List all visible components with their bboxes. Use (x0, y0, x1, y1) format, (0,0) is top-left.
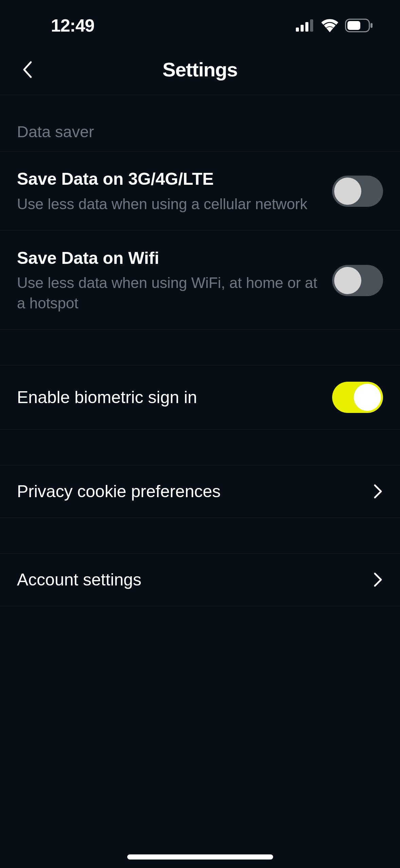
toggle-save-wifi[interactable] (332, 265, 383, 296)
wifi-icon (321, 19, 339, 32)
chevron-right-icon (373, 572, 383, 588)
status-bar: 12:49 (0, 0, 400, 44)
cellular-signal-icon (296, 19, 315, 32)
row-text: Save Data on 3G/4G/LTE Use less data whe… (17, 168, 332, 214)
biometric-label: Enable biometric sign in (17, 387, 197, 407)
chevron-right-icon (373, 483, 383, 500)
toggle-save-cellular[interactable] (332, 176, 383, 207)
status-time: 12:49 (51, 15, 94, 36)
save-cellular-subtitle: Use less data when using a cellular netw… (17, 194, 319, 214)
svg-rect-3 (310, 19, 313, 32)
status-icons (296, 19, 373, 32)
group-spacer (0, 518, 400, 554)
account-label: Account settings (17, 570, 141, 590)
toggle-knob (354, 384, 381, 411)
toggle-knob (334, 178, 361, 205)
group-spacer (0, 330, 400, 365)
row-save-wifi[interactable]: Save Data on Wifi Use less data when usi… (0, 231, 400, 330)
save-wifi-title: Save Data on Wifi (17, 248, 319, 269)
back-button[interactable] (17, 59, 37, 80)
page-title: Settings (163, 58, 237, 81)
row-save-cellular[interactable]: Save Data on 3G/4G/LTE Use less data whe… (0, 151, 400, 231)
row-privacy[interactable]: Privacy cookie preferences (0, 465, 400, 518)
group-spacer (0, 430, 400, 465)
row-biometric[interactable]: Enable biometric sign in (0, 365, 400, 430)
home-indicator[interactable] (127, 854, 273, 860)
toggle-knob (334, 267, 361, 294)
svg-rect-5 (347, 21, 360, 30)
svg-rect-1 (301, 25, 304, 32)
section-header-data-saver: Data saver (0, 95, 400, 151)
privacy-label: Privacy cookie preferences (17, 482, 221, 501)
page-header: Settings (0, 44, 400, 95)
svg-rect-6 (370, 23, 373, 28)
row-text: Save Data on Wifi Use less data when usi… (17, 248, 332, 313)
svg-rect-0 (296, 28, 299, 32)
save-cellular-title: Save Data on 3G/4G/LTE (17, 168, 319, 190)
svg-rect-2 (305, 22, 308, 32)
row-account[interactable]: Account settings (0, 554, 400, 606)
save-wifi-subtitle: Use less data when using WiFi, at home o… (17, 273, 319, 313)
battery-icon (345, 19, 373, 32)
toggle-biometric[interactable] (332, 382, 383, 413)
chevron-left-icon (21, 60, 33, 79)
